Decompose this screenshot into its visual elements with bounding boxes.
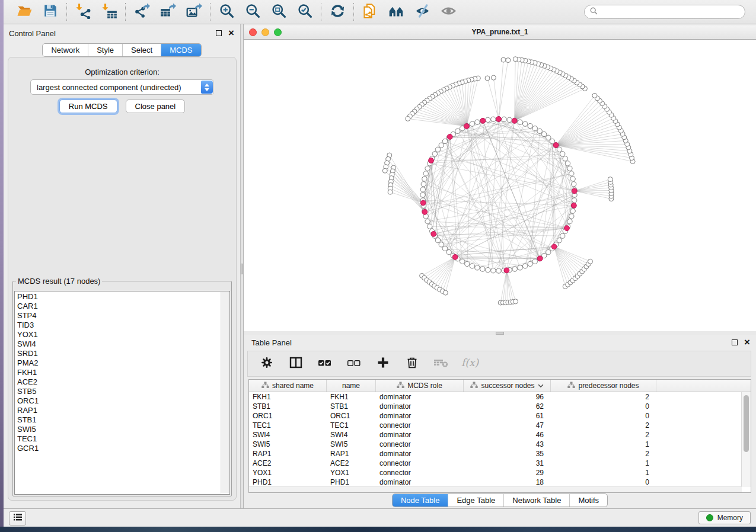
- add-column-button[interactable]: [376, 357, 390, 371]
- table-row[interactable]: RAP1RAP1dominator352: [249, 449, 742, 459]
- table-cell[interactable]: 1: [551, 468, 656, 477]
- open-file-button[interactable]: [16, 4, 33, 20]
- result-item[interactable]: RAP1: [17, 406, 220, 415]
- function-builder-button[interactable]: f(x): [463, 357, 477, 371]
- import-table-button[interactable]: [101, 4, 117, 20]
- network-canvas-svg[interactable]: [244, 40, 756, 331]
- table-cell[interactable]: SWI5: [249, 440, 327, 449]
- float-panel-icon[interactable]: [732, 339, 738, 345]
- memory-button[interactable]: Memory: [698, 511, 751, 524]
- table-cell[interactable]: 0: [551, 477, 656, 487]
- scrollbar-thumb[interactable]: [744, 395, 749, 452]
- delete-column-button[interactable]: [405, 357, 419, 371]
- table-cell[interactable]: dominator: [376, 449, 464, 459]
- search-input[interactable]: [601, 7, 739, 17]
- table-vertical-scrollbar[interactable]: [741, 392, 751, 487]
- table-cell[interactable]: 62: [464, 402, 551, 411]
- select-all-button[interactable]: [318, 357, 332, 371]
- table-cell[interactable]: 18: [464, 477, 551, 487]
- zoom-fit-button[interactable]: [270, 4, 287, 20]
- result-item[interactable]: PHD1: [17, 292, 220, 302]
- close-panel-icon[interactable]: ×: [228, 30, 234, 36]
- result-item[interactable]: YOX1: [17, 330, 220, 339]
- table-cell[interactable]: dominator: [376, 411, 464, 421]
- tab-network-table[interactable]: Network Table: [503, 494, 569, 507]
- export-network-button[interactable]: [133, 4, 150, 20]
- table-cell[interactable]: 2: [551, 392, 656, 402]
- table-cell[interactable]: FKH1: [249, 392, 327, 402]
- table-row[interactable]: PHD1PHD1dominator180: [249, 477, 742, 487]
- table-cell[interactable]: 1: [551, 440, 656, 449]
- result-item[interactable]: STB5: [17, 387, 220, 396]
- result-item[interactable]: TID3: [17, 321, 220, 330]
- export-table-button[interactable]: [160, 4, 176, 20]
- table-cell[interactable]: 2: [551, 430, 656, 440]
- table-cell[interactable]: PHD1: [249, 477, 327, 487]
- delete-table-button[interactable]: [434, 357, 448, 371]
- table-row[interactable]: FKH1FKH1dominator962: [249, 392, 742, 402]
- table-cell[interactable]: ACE2: [249, 459, 327, 468]
- table-cell[interactable]: TEC1: [327, 421, 376, 430]
- table-cell[interactable]: dominator: [376, 430, 464, 440]
- table-cell[interactable]: YOX1: [249, 468, 327, 477]
- search-network-button[interactable]: [388, 4, 404, 20]
- close-panel-icon[interactable]: ×: [744, 339, 750, 345]
- splitter-grip[interactable]: [496, 332, 504, 335]
- table-cell[interactable]: FKH1: [327, 392, 376, 402]
- table-cell[interactable]: 0: [551, 411, 656, 421]
- table-cell[interactable]: TEC1: [249, 421, 327, 430]
- table-cell[interactable]: connector: [376, 421, 464, 430]
- table-cell[interactable]: ACE2: [327, 459, 376, 468]
- export-image-button[interactable]: [186, 4, 202, 20]
- table-cell[interactable]: 0: [551, 402, 656, 411]
- show-hidden-button[interactable]: [440, 4, 457, 20]
- result-item[interactable]: STP4: [17, 311, 220, 321]
- result-item[interactable]: TEC1: [17, 434, 220, 444]
- table-row[interactable]: ACE2ACE2connector311: [249, 459, 742, 468]
- table-cell[interactable]: dominator: [376, 477, 464, 487]
- run-mcds-button[interactable]: Run MCDS: [59, 100, 117, 113]
- result-item[interactable]: CAR1: [17, 302, 220, 311]
- result-item[interactable]: GCR1: [17, 444, 220, 453]
- close-window-icon[interactable]: [249, 28, 257, 36]
- column-header-predecessor-nodes[interactable]: predecessor nodes: [551, 380, 656, 392]
- column-header-shared-name[interactable]: shared name: [249, 380, 327, 392]
- result-item[interactable]: SRD1: [17, 349, 220, 358]
- table-cell[interactable]: 2: [551, 421, 656, 430]
- table-cell[interactable]: STB1: [249, 402, 327, 411]
- criterion-dropdown[interactable]: largest connected component (undirected): [30, 79, 214, 95]
- clone-network-button[interactable]: [362, 4, 378, 20]
- close-panel-button[interactable]: Close panel: [126, 100, 186, 113]
- import-network-button[interactable]: [75, 4, 91, 20]
- split-panel-button[interactable]: [289, 357, 303, 371]
- minimize-window-icon[interactable]: [261, 28, 269, 36]
- splitter-grip[interactable]: [241, 264, 243, 274]
- network-view[interactable]: [244, 40, 756, 331]
- hide-selected-button[interactable]: [414, 4, 430, 20]
- zoom-in-button[interactable]: [218, 4, 235, 20]
- result-item[interactable]: PMA2: [17, 358, 220, 368]
- table-cell[interactable]: 31: [464, 459, 551, 468]
- horizontal-splitter[interactable]: [244, 331, 756, 335]
- result-item[interactable]: STB1: [17, 415, 220, 425]
- refresh-button[interactable]: [329, 4, 346, 20]
- table-cell[interactable]: 1: [551, 459, 656, 468]
- table-row[interactable]: STB1STB1dominator620: [249, 402, 742, 411]
- table-cell[interactable]: SWI5: [327, 440, 376, 449]
- result-item[interactable]: ORC1: [17, 396, 220, 406]
- table-cell[interactable]: connector: [376, 459, 464, 468]
- tab-motifs[interactable]: Motifs: [569, 494, 607, 507]
- table-cell[interactable]: ORC1: [327, 411, 376, 421]
- column-header-successor-nodes[interactable]: successor nodes: [464, 380, 551, 392]
- table-cell[interactable]: 2: [551, 449, 656, 459]
- maximize-window-icon[interactable]: [274, 28, 282, 36]
- tab-network[interactable]: Network: [43, 44, 88, 56]
- table-cell[interactable]: 29: [464, 468, 551, 477]
- tab-node-table[interactable]: Node Table: [393, 494, 448, 507]
- table-cell[interactable]: connector: [376, 468, 464, 477]
- result-scrollbar-track[interactable]: [221, 292, 229, 493]
- zoom-out-button[interactable]: [244, 4, 261, 20]
- table-cell[interactable]: connector: [376, 440, 464, 449]
- table-row[interactable]: ORC1ORC1dominator610: [249, 411, 742, 421]
- table-cell[interactable]: 46: [464, 430, 551, 440]
